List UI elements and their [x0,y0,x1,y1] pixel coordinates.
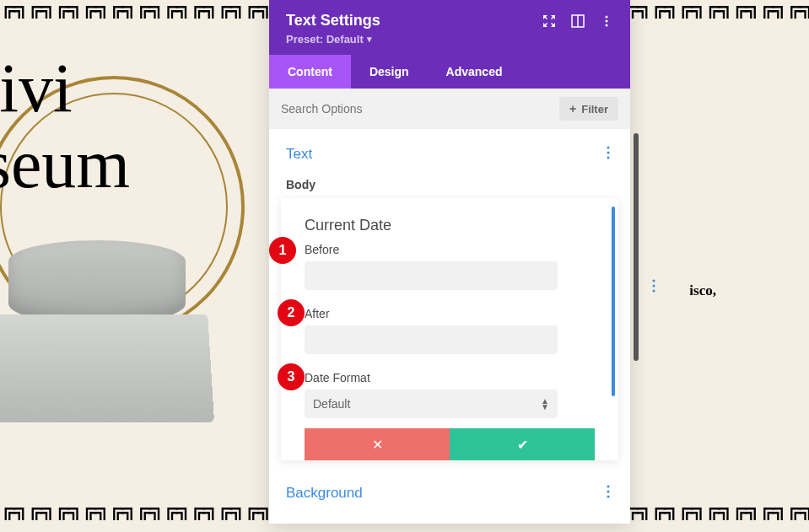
dynamic-content-card: Current Date Before After Date Format De… [281,198,618,460]
expand-icon[interactable] [542,14,556,28]
inner-scrollbar[interactable] [612,207,615,396]
hero-title-line2: useum [0,126,130,202]
confirm-button[interactable]: ✔ [450,428,595,460]
svg-point-9 [653,285,655,287]
search-bar: + Filter [269,89,630,129]
svg-point-13 [607,496,610,498]
svg-point-12 [607,491,610,493]
settings-panel: Text Settings Preset: Default Content De… [269,0,630,524]
svg-point-2 [606,15,608,18]
date-format-label: Date Format [305,371,595,384]
panel-title: Text Settings [286,12,380,30]
row-menu-button[interactable] [652,279,655,296]
svg-point-5 [607,147,610,149]
section-text-title[interactable]: Text [286,146,312,163]
preset-label: Preset: Default [286,33,364,46]
date-format-select[interactable]: Default [305,390,558,418]
svg-point-3 [606,19,608,22]
section-text-menu[interactable] [603,142,613,166]
svg-point-10 [653,290,655,293]
after-input[interactable] [305,325,558,354]
annotation-badge-2: 2 [278,299,305,326]
svg-point-7 [607,157,610,159]
tab-advanced[interactable]: Advanced [428,55,521,89]
before-input[interactable] [305,261,558,290]
columns-icon[interactable] [571,14,585,28]
stone-sculpture-image [0,232,219,443]
background-hero: Divi useum [0,51,130,202]
svg-point-8 [653,280,655,282]
after-label: After [305,307,595,320]
annotation-badge-3: 3 [278,363,305,390]
section-background-menu[interactable] [603,481,613,505]
cancel-button[interactable]: ✕ [305,428,450,460]
svg-point-6 [607,152,610,154]
dots-vertical-icon[interactable] [600,14,613,28]
preset-dropdown[interactable]: Preset: Default [286,33,372,46]
section-background: Background [269,468,630,524]
body-field-label: Body [286,178,613,191]
hero-title-line1: Divi [0,51,130,126]
check-icon: ✔ [517,437,528,453]
panel-header: Text Settings Preset: Default [269,0,630,55]
close-icon: ✕ [372,437,383,453]
background-text-fragment: isco, [689,282,716,299]
search-input[interactable] [281,102,559,116]
panel-body: Text Body Current Date Before A [269,129,630,524]
filter-label: Filter [581,103,608,116]
inner-card-title: Current Date [305,217,595,234]
annotation-badge-1: 1 [269,237,296,264]
panel-tabs: Content Design Advanced [269,55,630,89]
section-background-title[interactable]: Background [286,485,363,502]
filter-button[interactable]: + Filter [559,97,618,121]
tab-design[interactable]: Design [351,55,428,89]
tab-content[interactable]: Content [269,55,351,89]
svg-point-4 [606,24,608,26]
plus-icon: + [569,102,576,116]
before-label: Before [305,243,595,256]
panel-scrollbar[interactable] [634,133,639,361]
svg-point-11 [607,486,610,488]
